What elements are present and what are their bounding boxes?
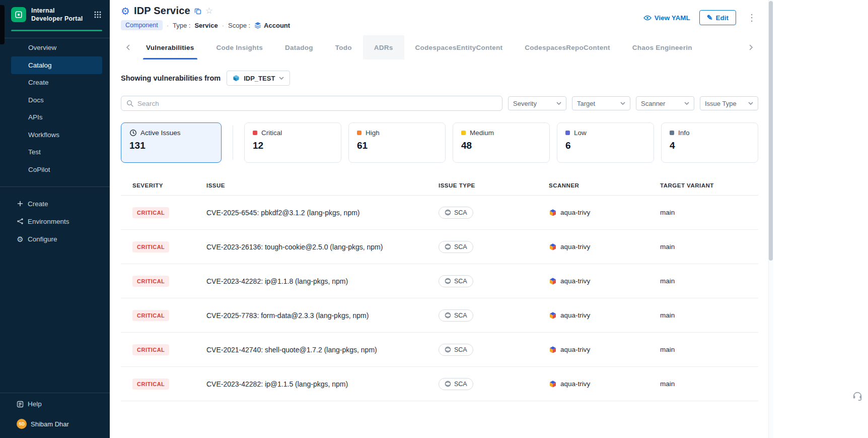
tab-label: Datadog bbox=[285, 44, 313, 51]
tab-datadog[interactable]: Datadog bbox=[274, 35, 324, 59]
tabs-scroll-right-button[interactable] bbox=[744, 35, 758, 59]
sidebar-item-label: APIs bbox=[28, 113, 43, 121]
tab-code-insights[interactable]: Code Insights bbox=[205, 35, 274, 59]
table-row[interactable]: CRITICAL CVE-2021-42740: shell-quote@1.7… bbox=[121, 333, 758, 367]
severity-card-medium[interactable]: Medium 48 bbox=[453, 122, 550, 163]
sidebar-item-label: Test bbox=[28, 148, 41, 156]
edit-label: Edit bbox=[716, 14, 729, 22]
tab-chaos-engineerin[interactable]: Chaos Engineerin bbox=[621, 35, 703, 59]
product-name: Internal Developer Portal bbox=[31, 7, 86, 23]
table-row[interactable]: CRITICAL CVE-2025-6545: pbkdf2@3.1.2 (la… bbox=[121, 196, 758, 230]
scanner-label: aqua-trivy bbox=[560, 311, 590, 319]
sidebar-configure-button[interactable]: ⚙ Configure bbox=[11, 230, 102, 248]
target-variant-cell: main bbox=[660, 209, 758, 216]
clock-icon bbox=[129, 129, 137, 137]
entity-header: ⚙ IDP Service ☆ Component Type : Service… bbox=[121, 0, 758, 30]
severity-card-low[interactable]: Low 6 bbox=[557, 122, 654, 163]
chevron-down-icon bbox=[684, 102, 689, 105]
scanner-cell: aqua-trivy bbox=[549, 209, 660, 217]
sidebar-item-label: Catalog bbox=[28, 61, 52, 69]
issue-cell: CVE-2025-6545: pbkdf2@3.1.2 (lang-pkgs, … bbox=[206, 209, 439, 217]
copy-icon[interactable] bbox=[194, 8, 201, 15]
severity-dot bbox=[461, 131, 466, 135]
severity-label: Info bbox=[678, 129, 690, 137]
filter-target[interactable]: Target bbox=[572, 96, 630, 110]
headset-icon[interactable] bbox=[852, 390, 863, 401]
sidebar-header: Internal Developer Portal bbox=[0, 0, 110, 28]
sidebar-create-button[interactable]: Create bbox=[11, 195, 102, 213]
table-row[interactable]: CRITICAL CVE-2023-26136: tough-cookie@2.… bbox=[121, 230, 758, 264]
issue-type-label: SCA bbox=[454, 312, 467, 319]
sidebar-item-copilot[interactable]: CoPilot bbox=[11, 161, 102, 178]
severity-badge: CRITICAL bbox=[132, 241, 169, 253]
severity-value: 48 bbox=[461, 140, 541, 151]
sidebar-item-test[interactable]: Test bbox=[11, 144, 102, 161]
table-row[interactable]: CRITICAL CVE-2023-42282: ip@1.1.5 (lang-… bbox=[121, 367, 758, 401]
pencil-icon: ✎ bbox=[707, 14, 713, 21]
sidebar-item-label: Workflows bbox=[28, 131, 59, 139]
target-variant-cell: main bbox=[660, 311, 758, 319]
scrollbar-thumb[interactable] bbox=[769, 1, 773, 261]
tab-todo[interactable]: Todo bbox=[324, 35, 363, 59]
source-row: Showing vulnerabilities from IDP_TEST bbox=[121, 71, 758, 86]
apps-grid-icon[interactable] bbox=[93, 10, 103, 20]
sidebar-item-label: Overview bbox=[28, 44, 56, 51]
issue-type-label: SCA bbox=[454, 243, 467, 251]
scanner-label: aqua-trivy bbox=[560, 209, 590, 216]
view-yaml-button[interactable]: View YAML bbox=[643, 14, 690, 22]
sidebar-item-create[interactable]: Create bbox=[11, 74, 102, 92]
help-icon bbox=[17, 401, 24, 408]
page-scrollbar[interactable] bbox=[768, 0, 773, 438]
tab-codespacesrepocontent[interactable]: CodespacesRepoContent bbox=[514, 35, 621, 59]
table-row[interactable]: CRITICAL CVE-2023-42282: ip@1.1.8 (lang-… bbox=[121, 264, 758, 298]
severity-card-critical[interactable]: Critical 12 bbox=[244, 122, 341, 163]
sidebar-actions: Create Environments ⚙ Configure bbox=[0, 187, 110, 248]
entity-header-actions: View YAML ✎ Edit ⋮ bbox=[643, 5, 758, 25]
sidebar-item-apis[interactable]: APIs bbox=[11, 109, 102, 127]
filter-issue-type[interactable]: Issue Type bbox=[700, 96, 758, 110]
sidebar-item-overview[interactable]: Overview bbox=[11, 39, 102, 57]
portal-logo[interactable] bbox=[11, 7, 26, 22]
severity-card-info[interactable]: Info 4 bbox=[661, 122, 758, 163]
favorite-star-icon[interactable]: ☆ bbox=[205, 7, 213, 15]
type-value: Service bbox=[194, 22, 218, 29]
sidebar-item-workflows[interactable]: Workflows bbox=[11, 126, 102, 144]
action-label: Environments bbox=[28, 218, 69, 225]
sidebar-environments-button[interactable]: Environments bbox=[11, 213, 102, 230]
target-variant-cell: main bbox=[660, 277, 758, 285]
kebab-menu-icon[interactable]: ⋮ bbox=[745, 13, 758, 22]
source-selector[interactable]: IDP_TEST bbox=[227, 71, 290, 86]
sca-icon bbox=[445, 381, 451, 387]
sidebar-item-docs[interactable]: Docs bbox=[11, 91, 102, 109]
stats-divider bbox=[233, 126, 233, 160]
table-row[interactable]: CRITICAL CVE-2025-7783: form-data@2.3.3 … bbox=[121, 298, 758, 333]
user-profile[interactable]: SD Shibam Dhar bbox=[17, 419, 102, 429]
scanner-label: aqua-trivy bbox=[560, 277, 590, 285]
sca-icon bbox=[445, 346, 451, 353]
tab-adrs[interactable]: ADRs bbox=[363, 35, 404, 59]
severity-card-high[interactable]: High 61 bbox=[348, 122, 446, 163]
search-input[interactable] bbox=[137, 100, 497, 107]
filters: Severity Target Scanner Issue Type bbox=[508, 96, 758, 111]
severity-dot bbox=[253, 131, 257, 135]
meta-separator bbox=[222, 22, 224, 29]
tab-vulnerabilities[interactable]: Vulnerabilities bbox=[135, 35, 205, 59]
sca-icon bbox=[445, 243, 451, 250]
issue-cell: CVE-2021-42740: shell-quote@1.7.2 (lang-… bbox=[206, 346, 439, 354]
sidebar-item-catalog[interactable]: Catalog bbox=[11, 56, 102, 74]
search-box[interactable] bbox=[121, 96, 502, 111]
help-button[interactable]: Help bbox=[17, 400, 102, 408]
entity-meta-row: Component Type : Service Scope : Account bbox=[121, 20, 290, 30]
showing-label: Showing vulnerabilities from bbox=[121, 74, 221, 82]
tabs-scroll-left-button[interactable] bbox=[121, 35, 135, 59]
scanner-cell: aqua-trivy bbox=[549, 311, 660, 320]
sidebar-nav: OverviewCatalogCreateDocsAPIsWorkflowsTe… bbox=[0, 38, 110, 178]
scope-label: Scope : bbox=[228, 22, 250, 29]
severity-label: Critical bbox=[261, 129, 282, 137]
tab-codespacesentitycontent[interactable]: CodespacesEntityContent bbox=[404, 35, 514, 59]
filter-scanner[interactable]: Scanner bbox=[636, 96, 694, 110]
edit-button[interactable]: ✎ Edit bbox=[699, 10, 736, 25]
left-edge-panel bbox=[0, 5, 5, 44]
filter-severity[interactable]: Severity bbox=[508, 96, 566, 110]
active-issues-card[interactable]: Active Issues 131 bbox=[121, 122, 222, 163]
